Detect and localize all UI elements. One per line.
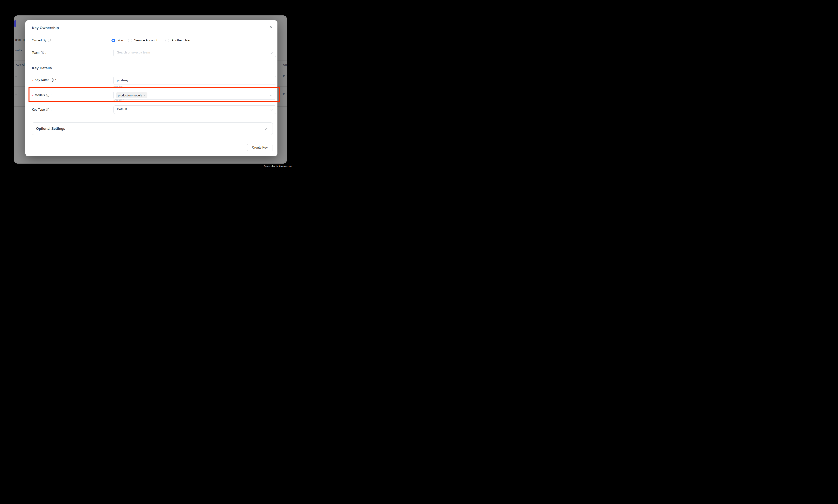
radio-another-user-label[interactable]: Another User [172, 38, 190, 42]
results-count-partial: sults [15, 49, 22, 52]
screenshot-stage: eset Filt sults Key Alia Up – 11/ – 11/ … [0, 0, 301, 181]
key-type-label-text: Key Type [32, 108, 45, 111]
reset-filters-button-partial[interactable]: eset Filt [14, 36, 27, 44]
chevron-down-icon[interactable] [270, 51, 272, 54]
table-row: 11/ [283, 92, 286, 96]
key-name-label-text: Key Name [35, 78, 49, 82]
info-icon[interactable]: i [48, 39, 51, 42]
models-required-error: required [113, 98, 124, 102]
key-type-label: Key Type i : [32, 108, 52, 112]
radio-service-account[interactable] [128, 39, 132, 42]
radio-service-account-label[interactable]: Service Account [134, 38, 157, 42]
models-label: * Models i : [32, 93, 52, 97]
team-label: Team i : [32, 51, 46, 55]
table-row: – [15, 92, 17, 96]
key-type-value: Default [117, 108, 127, 111]
label-colon: : [52, 39, 53, 42]
models-selected-tag: production-models ✕ [116, 92, 147, 98]
key-name-input[interactable]: prod-key [113, 76, 276, 85]
label-colon: : [51, 108, 51, 111]
radio-another-user[interactable] [165, 39, 169, 42]
create-key-modal: ✕ Key Ownership Owned By i : You Service… [25, 20, 278, 156]
create-key-button-partial[interactable] [14, 20, 16, 27]
table-row: 11/ [283, 74, 286, 78]
label-colon: : [55, 78, 56, 82]
info-icon[interactable]: i [41, 51, 44, 54]
label-colon: : [45, 51, 46, 54]
optional-settings-title: Optional Settings [36, 127, 65, 131]
watermark-text: Screenshot by Xnapper.com [264, 165, 292, 167]
chevron-down-icon[interactable] [270, 108, 272, 111]
key-type-select[interactable]: Default [113, 105, 276, 114]
create-key-button[interactable]: Create Key [247, 144, 273, 151]
info-icon[interactable]: i [51, 78, 54, 82]
owned-by-label-text: Owned By [32, 39, 46, 42]
models-select[interactable]: production-models ✕ [113, 91, 276, 100]
chevron-down-icon[interactable] [264, 127, 267, 130]
optional-settings-panel[interactable]: Optional Settings [32, 122, 273, 135]
team-select[interactable]: Search or select a team [113, 49, 276, 57]
team-select-placeholder: Search or select a team [117, 51, 150, 54]
column-header-updated: Up [283, 63, 287, 66]
key-name-value: prod-key [117, 79, 128, 82]
team-label-text: Team [32, 51, 39, 54]
info-icon[interactable]: i [46, 108, 49, 111]
table-row: – [15, 74, 17, 78]
remove-tag-icon[interactable]: ✕ [143, 94, 145, 97]
close-icon[interactable]: ✕ [268, 24, 273, 29]
key-name-label: * Key Name i : [32, 78, 56, 82]
chevron-down-icon[interactable] [270, 93, 272, 96]
required-marker: * [32, 79, 33, 82]
radio-you-label[interactable]: You [118, 38, 123, 42]
models-label-text: Models [35, 93, 45, 97]
key-name-required-error: required [113, 85, 124, 88]
section-title-key-details: Key Details [32, 66, 52, 70]
section-title-key-ownership: Key Ownership [32, 26, 59, 30]
required-marker: * [32, 94, 33, 97]
models-tag-label: production-models [118, 94, 142, 97]
info-icon[interactable]: i [46, 94, 49, 97]
radio-you[interactable] [111, 39, 115, 42]
label-colon: : [51, 93, 51, 97]
owned-by-label: Owned By i : [32, 38, 53, 42]
